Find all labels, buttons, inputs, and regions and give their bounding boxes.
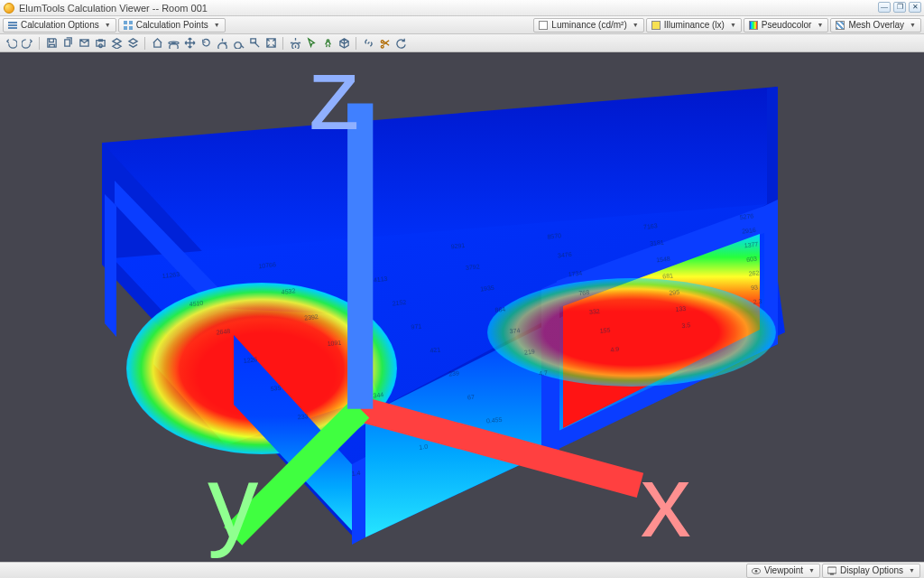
save-view-button[interactable] [77, 36, 91, 51]
redo-icon [22, 37, 33, 49]
copy-button[interactable] [60, 36, 75, 51]
chevron-down-icon: ▼ [633, 22, 639, 28]
target-button[interactable] [288, 36, 302, 51]
app-icon [4, 3, 14, 14]
snapshot-icon [95, 37, 106, 49]
eye-icon [752, 566, 761, 575]
viewport-3d[interactable]: 1126310766102599291857071635276451045324… [0, 52, 924, 562]
snapshot-button[interactable] [93, 36, 107, 51]
calculation-points-menu[interactable]: Calculation Points ▼ [118, 18, 226, 33]
pseudocolor-swatch-icon [749, 21, 758, 30]
chevron-down-icon: ▼ [817, 22, 823, 28]
orbit-icon [168, 37, 180, 49]
roll-icon [217, 37, 228, 49]
display-icon [827, 566, 836, 575]
mode-label: Pseudocolor [762, 20, 812, 30]
chevron-down-icon: ▼ [808, 567, 815, 573]
save-view-icon [79, 37, 90, 49]
window-controls: — ❐ ✕ [878, 2, 921, 13]
layer-up-icon [111, 37, 123, 49]
minimize-button[interactable]: — [878, 2, 891, 13]
window-title: ElumTools Calculation Viewer -- Room 001 [19, 3, 208, 14]
target-icon [290, 37, 301, 49]
maximize-button[interactable]: ❐ [893, 2, 906, 13]
svg-rect-4 [129, 21, 133, 24]
svg-rect-3 [124, 21, 127, 24]
svg-rect-6 [129, 26, 133, 30]
home-icon [152, 37, 163, 49]
orbit-button[interactable] [166, 36, 180, 51]
link-icon [363, 37, 374, 49]
svg-point-32 [755, 570, 758, 573]
svg-rect-34 [830, 573, 834, 575]
undo-button[interactable] [4, 36, 18, 51]
illuminance-mode-button[interactable]: Illuminance (lx) ▼ [646, 18, 742, 33]
rotate-icon [200, 37, 212, 49]
svg-text:y: y [208, 444, 259, 558]
zoom-window-icon [249, 37, 261, 49]
luminance-mode-button[interactable]: Luminance (cd/m²) ▼ [533, 18, 643, 33]
layer-down-button[interactable] [125, 36, 140, 51]
link-button[interactable] [361, 36, 375, 51]
mode-label: Illuminance (lx) [664, 20, 725, 30]
select-button[interactable] [304, 36, 319, 51]
status-bar: Viewpoint ▼ Display Options ▼ [0, 562, 924, 578]
illuminance-swatch-icon [651, 21, 661, 30]
calculation-options-menu[interactable]: Calculation Options ▼ [3, 18, 116, 33]
chevron-down-icon: ▼ [910, 22, 916, 28]
zoom-extents-icon [265, 37, 277, 49]
home-button[interactable] [150, 36, 164, 51]
undo-icon [5, 37, 17, 49]
menu-label: Calculation Options [21, 20, 99, 30]
calc-options-icon [8, 21, 17, 30]
iso-button[interactable] [337, 36, 351, 51]
chevron-down-icon: ▼ [105, 22, 111, 28]
redo-button[interactable] [20, 36, 34, 51]
mesh-overlay-swatch-icon [836, 21, 845, 30]
status-label: Viewpoint [764, 565, 803, 575]
walk-icon [322, 37, 334, 49]
scissors-button[interactable] [377, 36, 392, 51]
zoom-extents-button[interactable] [263, 36, 278, 51]
svg-text:x: x [640, 444, 690, 558]
toolbar [0, 34, 924, 52]
iso-icon [338, 37, 350, 49]
refresh-button[interactable] [393, 36, 408, 51]
save-button[interactable] [44, 36, 59, 51]
scissors-icon [379, 37, 391, 49]
pan-button[interactable] [182, 36, 197, 51]
save-icon [46, 37, 58, 49]
refresh-icon [395, 37, 407, 49]
zoom-window-button[interactable] [247, 36, 262, 51]
display-options-menu[interactable]: Display Options ▼ [822, 564, 920, 578]
svg-rect-1 [8, 24, 17, 26]
menu-label: Calculation Points [136, 20, 208, 30]
chevron-down-icon: ▼ [730, 22, 736, 28]
close-button[interactable]: ✕ [909, 2, 921, 13]
svg-text:z: z [310, 52, 360, 151]
layer-up-button[interactable] [109, 36, 124, 51]
rotate-button[interactable] [199, 36, 213, 51]
select-icon [306, 37, 318, 49]
walk-button[interactable] [320, 36, 335, 51]
zoom-icon [233, 37, 245, 49]
mode-label: Luminance (cd/m²) [551, 20, 626, 30]
svg-line-25 [360, 409, 640, 486]
axis-gizmo: x y z [0, 52, 924, 562]
chevron-down-icon: ▼ [214, 22, 220, 28]
svg-rect-33 [827, 567, 836, 573]
layer-down-icon [127, 37, 139, 49]
pseudocolor-mode-button[interactable]: Pseudocolor ▼ [744, 18, 829, 33]
svg-rect-5 [124, 26, 127, 30]
calc-points-icon [124, 21, 133, 30]
copy-icon [62, 37, 74, 49]
title-bar: ElumTools Calculation Viewer -- Room 001… [0, 0, 924, 16]
chevron-down-icon: ▼ [909, 567, 915, 573]
pan-icon [184, 37, 196, 49]
zoom-button[interactable] [231, 36, 245, 51]
luminance-swatch-icon [539, 21, 548, 30]
mode-label: Mesh Overlay [848, 20, 904, 30]
roll-button[interactable] [215, 36, 229, 51]
mesh-overlay-mode-button[interactable]: Mesh Overlay ▼ [830, 18, 921, 33]
viewpoint-menu[interactable]: Viewpoint ▼ [746, 564, 820, 578]
